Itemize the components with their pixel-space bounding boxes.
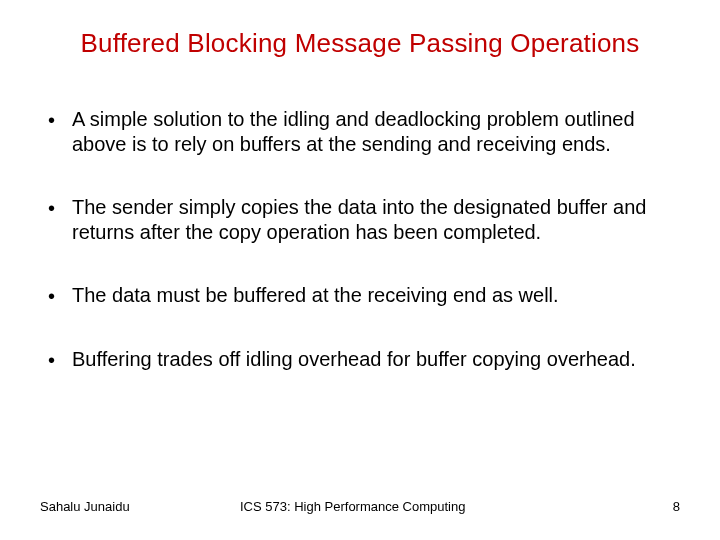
bullet-text: The data must be buffered at the receivi…: [72, 283, 680, 308]
slide-title: Buffered Blocking Message Passing Operat…: [40, 28, 680, 59]
footer-course: ICS 573: High Performance Computing: [240, 499, 640, 514]
bullet-item: • The data must be buffered at the recei…: [48, 283, 680, 309]
footer-author: Sahalu Junaidu: [40, 499, 240, 514]
bullet-dot-icon: •: [48, 283, 72, 309]
bullet-dot-icon: •: [48, 347, 72, 373]
slide: Buffered Blocking Message Passing Operat…: [0, 0, 720, 540]
bullet-text: Buffering trades off idling overhead for…: [72, 347, 680, 372]
footer-page-number: 8: [640, 499, 680, 514]
bullet-item: • Buffering trades off idling overhead f…: [48, 347, 680, 373]
bullet-dot-icon: •: [48, 195, 72, 221]
slide-footer: Sahalu Junaidu ICS 573: High Performance…: [40, 499, 680, 514]
bullet-item: • The sender simply copies the data into…: [48, 195, 680, 245]
bullet-item: • A simple solution to the idling and de…: [48, 107, 680, 157]
bullet-text: A simple solution to the idling and dead…: [72, 107, 680, 157]
bullet-dot-icon: •: [48, 107, 72, 133]
bullet-text: The sender simply copies the data into t…: [72, 195, 680, 245]
slide-content: • A simple solution to the idling and de…: [40, 107, 680, 373]
